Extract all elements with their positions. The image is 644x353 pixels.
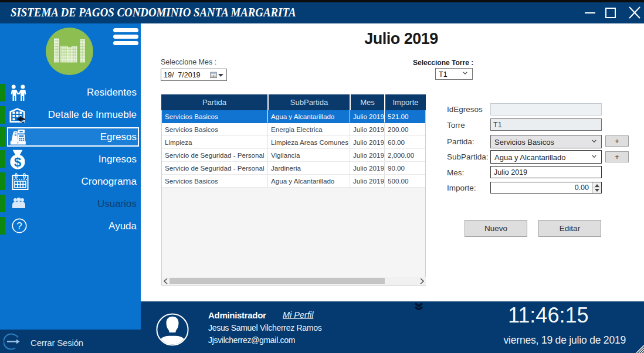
svg-text:?: ? — [16, 220, 22, 232]
svg-text:$: $ — [14, 155, 21, 169]
